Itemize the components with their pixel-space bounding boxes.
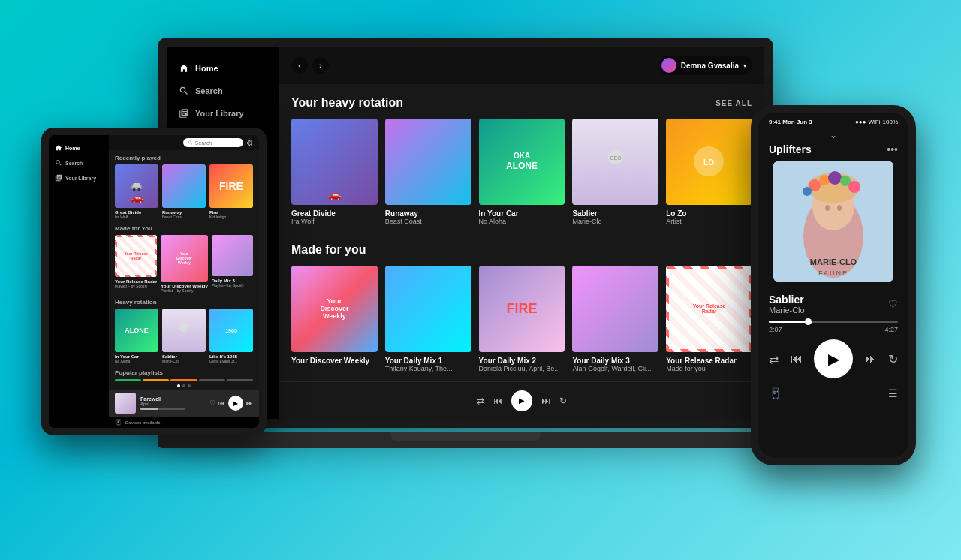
scroll-dot-2 [182, 384, 185, 387]
tablet-popular-playlists-label: Popular playlists [115, 369, 253, 376]
card-lozo-title: Lo Zo [666, 209, 752, 218]
laptop-topbar: ‹ › Demna Gvasalia ▾ [279, 47, 764, 84]
card-lozo[interactable]: LO Lo Zo Artist [666, 119, 752, 225]
phone-playlist-title: Uplifters [769, 143, 812, 155]
tablet-bottom-bar: 📱 Devices available [109, 417, 259, 428]
phone-frame: 9:41 Mon Jun 3 ●●● WiFi 100% ⌄ Uplifters… [751, 105, 916, 465]
tablet-sidebar-home[interactable]: Home [52, 141, 106, 155]
phone-player-header: Uplifters ••• [758, 143, 908, 161]
back-button[interactable]: ‹ [291, 57, 308, 74]
phone-repeat-button[interactable]: ↻ [888, 352, 898, 366]
tablet-sidebar: Home Search Your Library [49, 135, 109, 428]
sablier-person-icon [175, 321, 194, 340]
daily2-art: FIRE [479, 266, 565, 352]
tablet-hr-card1[interactable]: ALONE In Your Car No Aloha [115, 309, 158, 363]
svg-point-19 [825, 205, 830, 211]
tablet-card-daily-mix3[interactable]: Daily Mix 3 Playlist – by Spotify [212, 235, 253, 293]
tablet-card-release-radar[interactable]: Your ReleaseRadar Your Release Radar Pla… [115, 235, 157, 293]
tablet-sidebar-search[interactable]: Search [52, 156, 106, 170]
tablet-card-great-divide[interactable]: Great Divide Ira Wolf [115, 164, 158, 219]
forward-button[interactable]: › [312, 57, 329, 74]
sablier-art: CEO [572, 119, 658, 205]
collapse-button[interactable]: ⌄ [758, 128, 908, 143]
tablet-hr-card3[interactable]: 1965 Like It's 1965 Gene Evans Jr... [209, 309, 253, 363]
user-menu[interactable]: Demna Gvasalia ▾ [659, 56, 752, 75]
svg-text:LO: LO [703, 158, 714, 167]
laptop-main: ‹ › Demna Gvasalia ▾ Your heavy rotation… [279, 47, 764, 419]
card-runaway[interactable]: Runaway Beast Coast [385, 119, 471, 225]
phone-remaining-time: -4:27 [882, 326, 898, 333]
release-radar-art: Your Release Radar [666, 266, 752, 352]
laptop-base-inner [390, 432, 541, 441]
sidebar-item-home[interactable]: Home [173, 59, 273, 78]
sidebar-item-library-label: Your Library [195, 109, 244, 118]
card-daily3[interactable]: Your Daily Mix 3 Alan Gogolf, Wardell, C… [572, 266, 658, 372]
tablet-sidebar-library[interactable]: Your Library [52, 171, 106, 185]
see-all-button[interactable]: SEE ALL [715, 99, 752, 107]
play-button[interactable]: ▶ [511, 390, 532, 411]
tablet-card-fire[interactable]: FIRE Fire Kid Indigo [209, 164, 253, 219]
card-daily2[interactable]: FIRE Your Daily Mix 2 Daniela Picciuu, A… [479, 266, 565, 372]
user-name: Demna Gvasalia [681, 62, 739, 70]
tablet-heart-btn[interactable]: ♡ [209, 399, 215, 407]
tablet-card-great-divide-artist: Ira Wolf [115, 215, 158, 219]
tablet-made-for-you-cards: Your ReleaseRadar Your Release Radar Pla… [115, 235, 253, 293]
shuffle-button[interactable]: ⇄ [477, 396, 484, 406]
tablet-main: ⚙ Recently played Great Divid [109, 135, 259, 428]
tablet-daily3-img [212, 235, 253, 276]
card-daily2-artist: Daniela Picciuu, April, Be... [479, 365, 565, 372]
phone-progress-bar[interactable] [769, 321, 898, 323]
card-runaway-artist: Beast Coast [385, 218, 471, 225]
next-button[interactable]: ⏭ [541, 396, 550, 406]
phone-prev-button[interactable]: ⏮ [791, 352, 803, 366]
card-daily3-title: Your Daily Mix 3 [572, 357, 658, 365]
battery-icon: 100% [883, 119, 898, 125]
tablet-card-runaway[interactable]: Runaway Beast Coast [162, 164, 206, 219]
tablet-frame: Home Search Your Library [41, 128, 267, 435]
tablet-prev-btn[interactable]: ⏮ [218, 399, 225, 407]
card-sablier-title: Sablier [572, 209, 658, 218]
card-discover-weekly[interactable]: YourDiscoverWeekly Your Discover Weekly [291, 266, 378, 372]
tablet-search-input[interactable] [195, 140, 239, 146]
sidebar-item-search[interactable]: Search [173, 81, 273, 101]
tablet-hr-card2[interactable]: Sablier Marie-Clo [162, 309, 206, 363]
card-daily2-img: FIRE [479, 266, 565, 352]
tablet-like1965-art: 1965 [209, 309, 253, 352]
tablet-fire-art: FIRE [209, 164, 253, 208]
phone-song-text: Sablier Marie-Clo [769, 294, 805, 315]
card-daily1[interactable]: Your Daily Mix 1 Thifany Kauany, The... [385, 266, 471, 372]
tablet-home-label: Home [65, 146, 80, 151]
svg-point-6 [133, 188, 136, 191]
tablet-hr-card3-sub: Gene Evans Jr... [209, 359, 253, 363]
sidebar-item-library[interactable]: Your Library [173, 104, 273, 123]
tablet-hr-card2-sub: Marie-Clo [162, 359, 206, 363]
card-sablier[interactable]: CEO Sablier Marie-Clo [572, 119, 658, 225]
phone-airplay-button[interactable]: 📱 [769, 387, 782, 399]
card-release-radar[interactable]: Your Release Radar Your Release Radar Ma… [666, 266, 752, 372]
settings-icon[interactable]: ⚙ [246, 139, 253, 147]
tablet-play-btn[interactable]: ▶ [228, 396, 243, 411]
phone-queue-button[interactable]: ☰ [888, 387, 898, 399]
card-daily1-title: Your Daily Mix 1 [385, 357, 471, 365]
phone-shuffle-button[interactable]: ⇄ [769, 352, 779, 366]
tablet-next-btn[interactable]: ⏭ [246, 399, 253, 407]
card-inyourcar[interactable]: OKA ALONE In Your Car No Aloha [479, 119, 565, 225]
card-great-divide[interactable]: Great Divide Ira Wolf [291, 119, 378, 225]
tablet-player-info: Farewell April [140, 396, 205, 410]
sidebar-item-search-label: Search [195, 86, 223, 95]
phone-heart-button[interactable]: ♡ [888, 298, 898, 310]
tablet-search-bar[interactable] [183, 138, 243, 147]
phone-next-button[interactable]: ⏭ [865, 352, 877, 366]
great-divide-art [291, 119, 378, 205]
tablet-topbar: ⚙ [109, 135, 259, 150]
more-options-button[interactable]: ••• [887, 143, 898, 155]
svg-point-7 [137, 188, 140, 191]
card-inyourcar-img: OKA ALONE [479, 119, 565, 205]
prev-button[interactable]: ⏮ [493, 396, 502, 406]
tablet-card-discover-weekly[interactable]: YourDiscoverWeekly Your Discover Weekly … [161, 235, 207, 293]
phone-extra-controls: 📱 ☰ [758, 387, 908, 399]
phone-controls: ⇄ ⏮ ▶ ⏭ ↻ [758, 339, 908, 378]
repeat-button[interactable]: ↻ [559, 396, 567, 406]
phone-play-button[interactable]: ▶ [814, 339, 853, 378]
tablet-daily3-artist: Playlist – by Spotify [212, 283, 253, 288]
